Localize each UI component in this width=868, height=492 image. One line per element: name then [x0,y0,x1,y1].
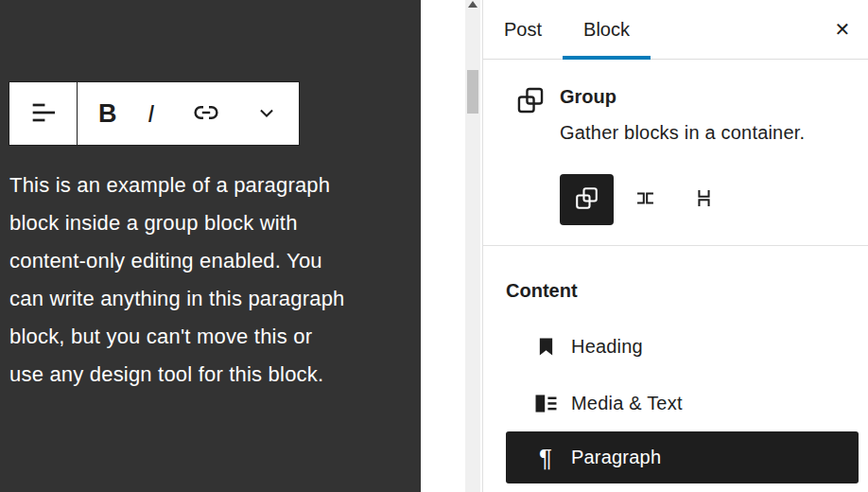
block-variations [560,174,805,225]
paragraph-line: block inside a group block with [9,204,416,242]
paragraph-line: use any design tool for this block. [9,356,416,394]
tab-block[interactable]: Block [563,0,651,59]
content-item-label: Paragraph [571,447,661,468]
align-text-left-icon [27,97,60,132]
paragraph-block-icon: ¶ [530,446,561,470]
paragraph-block-text[interactable]: This is an example of a paragraph block … [9,167,416,394]
editor-canvas-group-block: B I [0,0,421,492]
paragraph-line: block, but you can't move this or [9,318,416,356]
variation-row-button[interactable] [618,174,672,225]
content-item-heading[interactable]: Heading [506,327,859,365]
tab-block-label: Block [583,19,630,41]
vertical-scrollbar[interactable] [465,0,480,492]
block-info-main: Group Gather blocks in a container. [560,83,805,225]
active-tab-indicator [563,56,651,60]
heading-block-icon [530,333,561,360]
content-item-label: Heading [571,336,643,358]
settings-sidebar: Post Block ✕ Group Gather blocks in a co… [482,0,868,492]
chevron-down-icon [253,99,280,129]
content-item-media-text[interactable]: Media & Text [506,384,859,422]
media-text-block-icon [530,389,561,418]
variation-group-button[interactable] [560,174,614,225]
link-button[interactable] [189,96,223,132]
stack-variation-icon [691,185,717,214]
content-item-label: Media & Text [571,393,683,414]
block-toolbar: B I [9,81,300,146]
variation-stack-button[interactable] [677,174,731,225]
paragraph-line: content-only editing enabled. You [9,242,416,280]
scrollbar-up-arrow-icon[interactable] [468,1,477,8]
align-text-button[interactable] [27,97,60,132]
bold-button[interactable]: B [98,101,117,127]
close-icon: ✕ [835,18,851,41]
content-item-paragraph-selected[interactable]: ¶ Paragraph [506,431,859,483]
italic-button[interactable]: I [148,101,158,126]
toolbar-segment-formatting: B I [78,82,299,145]
sidebar-tabs-bar: Post Block ✕ [483,0,868,60]
tab-post[interactable]: Post [483,0,563,59]
paragraph-line: This is an example of a paragraph [9,167,416,204]
block-editor-screen: B I [0,0,868,492]
content-section: Content Heading [483,246,868,483]
block-title: Group [560,86,805,108]
scrollbar-thumb[interactable] [467,70,478,114]
link-icon [189,96,223,132]
row-variation-icon [633,185,658,214]
group-variation-icon [573,184,600,215]
paragraph-line: can write anything in this paragraph [9,280,416,318]
toolbar-more-button[interactable] [253,99,280,129]
close-sidebar-button[interactable]: ✕ [825,11,860,47]
block-info-card: Group Gather blocks in a container. [483,60,868,225]
toolbar-segment-align [9,82,78,145]
content-section-heading: Content [506,280,859,302]
block-description: Gather blocks in a container. [560,122,805,144]
group-block-icon [514,84,547,225]
